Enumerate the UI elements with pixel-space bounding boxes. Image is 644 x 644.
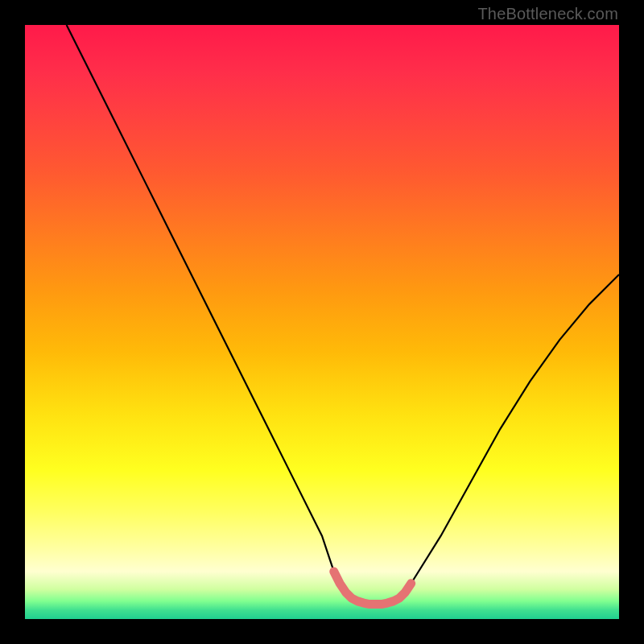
plot-area <box>25 25 619 619</box>
watermark-text: TheBottleneck.com <box>477 5 618 23</box>
chart-container: TheBottleneck.com <box>0 0 644 644</box>
